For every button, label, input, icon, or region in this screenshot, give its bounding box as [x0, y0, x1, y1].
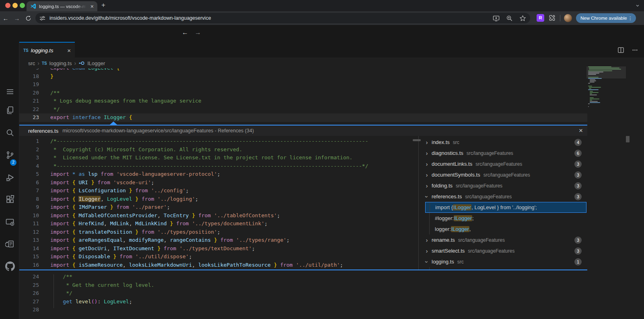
browser-forward-button[interactable]: →: [11, 15, 23, 22]
bookmark-star-icon[interactable]: [519, 15, 526, 22]
browser-tab-close-icon[interactable]: ×: [91, 4, 94, 9]
browser-reload-button[interactable]: [23, 15, 34, 21]
reference-file-row[interactable]: ›logging.tssrc1: [419, 256, 587, 267]
tab-search-chevron-icon[interactable]: [635, 3, 640, 8]
code-line[interactable]: 2 * Copyright (c) Microsoft Corporation.…: [19, 146, 418, 154]
minimap-viewport[interactable]: [586, 66, 626, 78]
code-line[interactable]: 18}: [19, 72, 587, 81]
code-line[interactable]: 21 * Logs debug messages from the langua…: [19, 97, 587, 105]
reference-file-row[interactable]: ›documentLinks.tssrc/languageFeatures3: [419, 158, 587, 169]
reference-item-row[interactable]: interface ILogger {: [419, 267, 587, 270]
zoom-icon[interactable]: [506, 15, 513, 22]
minimap[interactable]: [588, 66, 624, 125]
code-line[interactable]: 26 */: [19, 289, 587, 298]
code-line[interactable]: 5import * as lsp from 'vscode-languagese…: [19, 170, 418, 179]
code-line[interactable]: 9import { IMdParser } from '../parser';: [19, 203, 418, 212]
search-view-icon[interactable]: [5, 128, 15, 138]
reference-item-row[interactable]: logger: ILogger,: [419, 224, 587, 235]
mac-close-button[interactable]: [5, 3, 10, 8]
explorer-icon[interactable]: [5, 105, 15, 115]
menu-icon[interactable]: [5, 87, 15, 97]
extensions-puzzle-icon[interactable]: [548, 14, 556, 22]
r-extension-icon[interactable]: R: [537, 14, 544, 22]
code-line[interactable]: 27 get level(): LogLevel;: [19, 298, 587, 306]
reference-file-row[interactable]: ›index.tssrc4: [419, 137, 587, 148]
browser-tab[interactable]: logging.ts — vscode-markdow ×: [27, 1, 97, 11]
code-line[interactable]: 7import { LsConfiguration } from '../con…: [19, 187, 418, 195]
code-line[interactable]: 3 * Licensed under the MIT License. See …: [19, 154, 418, 162]
code-line[interactable]: 6import { URI } from 'vscode-uri';: [19, 179, 418, 187]
split-editor-icon[interactable]: [617, 47, 624, 54]
chrome-update-button[interactable]: New Chrome available …: [576, 13, 636, 23]
profile-avatar[interactable]: [564, 14, 572, 22]
chevron-right-icon[interactable]: ›: [424, 237, 430, 243]
code-line[interactable]: 25 * Get the current log level.: [19, 281, 587, 290]
file-name: logging.ts: [432, 259, 454, 265]
peek-editor-scrollbar[interactable]: [413, 139, 421, 141]
chevron-right-icon[interactable]: ›: [424, 183, 430, 189]
editor-code-top[interactable]: 9export enum LogLevel {18}1920/**21 * Lo…: [19, 68, 587, 125]
chrome-menu-icon[interactable]: …: [628, 16, 634, 21]
github-icon[interactable]: [5, 261, 15, 271]
chevron-right-icon[interactable]: ›: [424, 161, 430, 167]
address-bar[interactable]: insiders.vscode.dev/github/microsoft/vsc…: [35, 13, 530, 23]
code-line[interactable]: 22 */: [19, 105, 587, 114]
browser-back-button[interactable]: ←: [0, 15, 11, 22]
chevron-down-icon[interactable]: ›: [424, 259, 430, 265]
code-line[interactable]: 23export interface ILogger {: [19, 113, 587, 122]
reference-file-row[interactable]: ›references.tssrc/languageFeatures3: [419, 191, 587, 202]
code-line[interactable]: 10import { MdTableOfContentsProvider, To…: [19, 212, 418, 220]
site-settings-icon[interactable]: [39, 15, 45, 21]
peek-code-editor[interactable]: 1/*-------------------------------------…: [19, 136, 418, 270]
editor-code-bottom[interactable]: 24 /**25 * Get the current log level.26 …: [19, 270, 587, 319]
reference-file-row[interactable]: ›documentSymbols.tssrc/languageFeatures3: [419, 169, 587, 180]
code-line[interactable]: 19: [19, 80, 587, 89]
more-actions-icon[interactable]: [632, 47, 638, 54]
vscode-forward-button[interactable]: →: [195, 29, 201, 36]
vscode-back-button[interactable]: ←: [182, 29, 188, 36]
reference-file-row[interactable]: ›smartSelect.tssrc/languageFeatures3: [419, 245, 587, 256]
screen: logging.ts — vscode-markdow × + ← → insi…: [0, 0, 644, 319]
editor-scrollbar[interactable]: [626, 136, 630, 142]
editor-tab-close-icon[interactable]: ×: [67, 47, 71, 54]
extensions-view-icon[interactable]: [5, 195, 15, 204]
chevron-right-icon[interactable]: ›: [424, 172, 430, 178]
chevron-right-icon[interactable]: ›: [424, 150, 430, 156]
file-path: src/languageFeatures: [468, 248, 514, 254]
breadcrumb-file[interactable]: logging.ts: [49, 60, 72, 66]
code-line[interactable]: 11import { HrefKind, MdLink, MdLinkKind …: [19, 220, 418, 228]
code-line[interactable]: 12import { translatePosition } from '../…: [19, 228, 418, 237]
mac-minimize-button[interactable]: [12, 3, 18, 8]
reference-item-row[interactable]: #logger: ILogger;: [419, 213, 587, 224]
breadcrumb-folder[interactable]: src: [28, 60, 35, 66]
code-line[interactable]: 9export enum LogLevel {: [19, 68, 587, 72]
code-line[interactable]: 1/*-------------------------------------…: [19, 137, 418, 146]
close-icon[interactable]: ×: [579, 127, 583, 135]
code-line[interactable]: 4 *-------------------------------------…: [19, 162, 418, 171]
source-control-icon[interactable]: [5, 150, 15, 160]
code-line[interactable]: 15import { Disposable } from '../util/di…: [19, 253, 418, 261]
breadcrumb-symbol[interactable]: ILogger: [87, 60, 105, 66]
chevron-right-icon[interactable]: ›: [424, 139, 430, 146]
reference-item-row[interactable]: import { ILogger, LogLevel } from '../lo…: [425, 202, 586, 213]
chevron-down-icon[interactable]: ›: [424, 193, 430, 200]
reference-file-row[interactable]: ›folding.tssrc/languageFeatures3: [419, 180, 587, 191]
run-debug-icon[interactable]: [5, 173, 15, 183]
code-line[interactable]: 14import { getDocUri, ITextDocument } fr…: [19, 245, 418, 253]
new-tab-button[interactable]: +: [101, 1, 105, 9]
remote-explorer-icon[interactable]: [5, 217, 15, 227]
file-sync-icon[interactable]: [5, 239, 15, 249]
mac-zoom-button[interactable]: [20, 3, 25, 8]
editor-tab-logging[interactable]: TS logging.ts ×: [19, 42, 75, 58]
install-app-icon[interactable]: [493, 15, 500, 22]
code-line[interactable]: 8import { ILogger, LogLevel } from '../l…: [19, 195, 418, 204]
code-line[interactable]: 20/**: [19, 89, 587, 97]
peek-description: microsoft/vscode-markdown-languageservic…: [62, 128, 254, 134]
code-line[interactable]: 16import { isSameResource, looksLikeMark…: [19, 261, 418, 270]
code-line[interactable]: 28: [19, 306, 587, 314]
code-line[interactable]: 13import { areRangesEqual, modifyRange, …: [19, 236, 418, 245]
chevron-right-icon[interactable]: ›: [424, 248, 430, 254]
reference-file-row[interactable]: ›rename.tssrc/languageFeatures3: [419, 235, 587, 245]
code-line[interactable]: 24 /**: [19, 273, 587, 281]
reference-file-row[interactable]: ›diagnostics.tssrc/languageFeatures6: [419, 148, 587, 158]
